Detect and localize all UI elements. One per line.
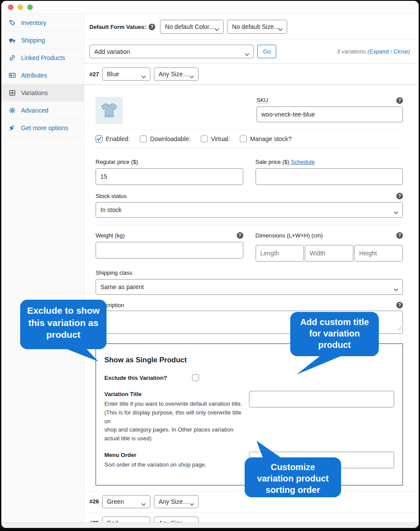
help-icon[interactable]: ?: [237, 232, 243, 239]
variation-color-select[interactable]: Green: [102, 495, 150, 508]
chevron-down-icon: [189, 500, 194, 507]
default-color-select[interactable]: No default Color...: [160, 20, 224, 34]
sidebar-item-get-more-options[interactable]: Get more options: [1, 119, 84, 137]
sidebar-item-label: Linked Products: [21, 54, 65, 61]
callout-tail: [253, 441, 283, 458]
help-icon[interactable]: ?: [396, 302, 403, 308]
menu-order-help: Sort order of the variation on shop page…: [104, 460, 249, 469]
sidebar-item-label: Advanced: [21, 107, 48, 114]
sidebar-item-shipping[interactable]: Shipping: [1, 32, 84, 49]
sale-price-input[interactable]: [256, 168, 403, 185]
virtual-label: Virtual:: [211, 135, 230, 142]
variation-image-thumbnail[interactable]: [96, 97, 123, 124]
variation-id: #26: [89, 498, 99, 505]
variation-title-input[interactable]: [249, 391, 394, 407]
sidebar-item-inventory[interactable]: Inventory: [1, 14, 84, 32]
sku-label: SKU: [256, 97, 268, 104]
menu-order-label: Menu Order: [104, 452, 249, 458]
schedule-link[interactable]: Schedule: [291, 159, 314, 165]
weight-label: Weight (kg): [96, 232, 125, 239]
chevron-down-icon: [214, 25, 219, 32]
chevron-down-icon: [141, 73, 146, 80]
minimize-window-button[interactable]: [18, 4, 23, 10]
tag-icon: [8, 19, 16, 26]
sku-input[interactable]: [256, 106, 403, 122]
sidebar-item-label: Attributes: [21, 72, 47, 79]
sidebar-item-label: Variations: [21, 89, 48, 96]
gear-icon: [8, 107, 16, 114]
titlebar: [1, 1, 419, 14]
weight-input[interactable]: [96, 242, 243, 258]
virtual-checkbox[interactable]: [201, 135, 208, 142]
dimensions-label: Dimensions (L×W×H) (cm): [256, 232, 323, 239]
manage-stock-label: Manage stock?: [250, 135, 292, 142]
chevron-down-icon: [394, 286, 399, 293]
stock-status-label: Stock status: [96, 193, 127, 199]
default-form-values-label: Default Form Values:: [89, 24, 146, 30]
add-variation-select[interactable]: Add variation: [89, 45, 254, 58]
expand-link[interactable]: Expand: [369, 48, 388, 55]
shipping-class-select[interactable]: Same as parent: [96, 279, 403, 295]
downloadable-label: Downloadable:: [150, 135, 191, 142]
sidebar-item-linked-products[interactable]: Linked Products: [1, 49, 84, 67]
help-icon[interactable]: ?: [396, 97, 403, 104]
enabled-checkbox[interactable]: [96, 135, 103, 142]
sidebar-item-label: Inventory: [21, 19, 46, 26]
stock-status-select[interactable]: In stock: [96, 202, 403, 218]
callout-custom-title: Add custom title for variation product: [290, 312, 379, 356]
chevron-down-icon: [245, 50, 249, 57]
help-icon[interactable]: ?: [149, 24, 155, 30]
link-icon: [8, 54, 16, 61]
product-data-sidebar: Inventory Shipping Linked Products Attri…: [1, 14, 84, 527]
callout-tail: [64, 348, 99, 362]
height-input[interactable]: [354, 245, 403, 262]
variation-size-select[interactable]: Any Size…: [154, 495, 199, 508]
variation-id: #27: [89, 71, 99, 78]
exclude-variation-label: Exclude this Variation?: [104, 375, 167, 381]
close-link[interactable]: Close: [393, 48, 408, 55]
help-icon[interactable]: ?: [396, 193, 403, 199]
variation-color-select[interactable]: Blue: [102, 67, 150, 81]
chevron-down-icon: [278, 25, 283, 32]
regular-price-label: Regular price ($): [96, 159, 243, 165]
sidebar-item-attributes[interactable]: Attributes: [1, 67, 84, 84]
grid-icon: [8, 89, 16, 96]
default-form-values-row: Default Form Values: ? No default Color.…: [84, 14, 419, 40]
sidebar-item-variations[interactable]: Variations: [1, 84, 84, 102]
chevron-down-icon: [141, 500, 146, 507]
chevron-down-icon: [394, 209, 399, 216]
go-button[interactable]: Go: [257, 45, 276, 58]
close-window-button[interactable]: [8, 4, 14, 10]
exclude-variation-checkbox[interactable]: [192, 374, 199, 381]
width-input[interactable]: [305, 245, 353, 262]
app-window: Inventory Shipping Linked Products Attri…: [1, 1, 419, 528]
variation-27-header: #27 Blue Any Size…: [84, 64, 419, 85]
variation-title-help: Enter title if you want to overwrite def…: [104, 400, 249, 443]
truck-icon: [8, 37, 16, 44]
help-icon[interactable]: ?: [396, 232, 403, 239]
zoom-window-button[interactable]: [27, 4, 33, 10]
single-product-title: Show as Single Product: [104, 356, 394, 364]
add-variation-row: Add variation Go 3 variations (Expand / …: [84, 40, 419, 64]
window-bottom-edge: [1, 522, 419, 528]
enabled-label: Enabled:: [106, 135, 130, 142]
tshirt-image: [99, 100, 119, 120]
variation-title-label: Variation Title: [104, 391, 249, 397]
plug-icon: [8, 124, 16, 131]
callout-sorting-order: Customize variation product sorting orde…: [245, 457, 341, 497]
sidebar-item-advanced[interactable]: Advanced: [1, 102, 84, 119]
manage-stock-checkbox[interactable]: [240, 135, 247, 142]
shipping-class-label: Shipping class: [96, 269, 403, 276]
default-size-select[interactable]: No default Size...: [227, 20, 287, 34]
sidebar-item-label: Shipping: [21, 37, 45, 44]
callout-exclude-variation: Exclude to show this variation as produc…: [20, 300, 107, 349]
length-input[interactable]: [256, 245, 304, 262]
downloadable-checkbox[interactable]: [140, 135, 147, 142]
chevron-down-icon: [189, 73, 194, 80]
card-icon: [8, 72, 16, 79]
sidebar-item-label: Get more options: [21, 124, 68, 131]
variation-flags-row: Enabled: Downloadable: Virtual: Manage s…: [96, 130, 403, 148]
variation-size-select[interactable]: Any Size…: [154, 67, 199, 81]
regular-price-input[interactable]: [96, 168, 243, 185]
variations-summary-top: 3 variations (Expand / Close): [337, 48, 410, 55]
